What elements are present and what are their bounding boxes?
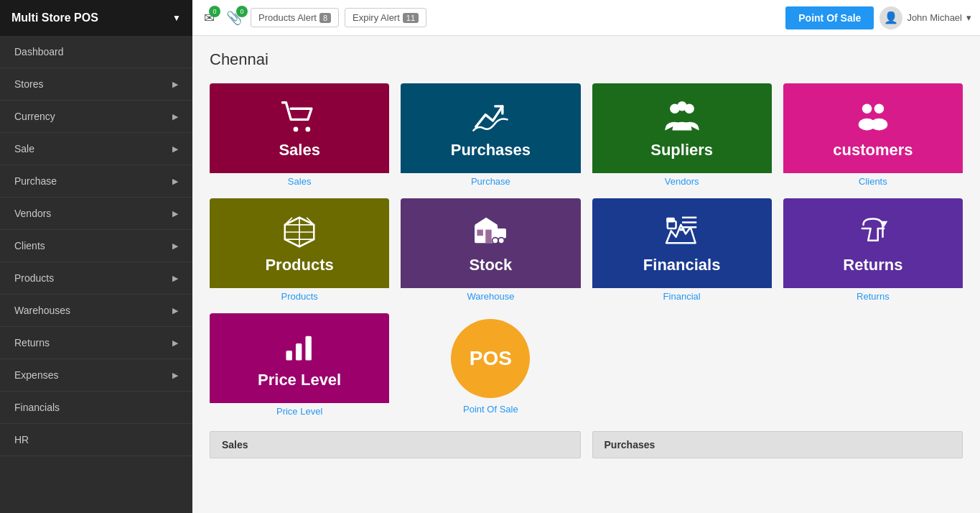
tile-financial[interactable]: Financials Financial (592, 198, 772, 302)
sales-summary: Sales (210, 431, 581, 458)
attach-notification-button[interactable]: 📎 0 (223, 7, 245, 29)
user-name: John Michael (907, 12, 962, 23)
tile-pos[interactable]: POS Point Of Sale (401, 313, 580, 417)
tile-returns-link[interactable]: Returns (857, 291, 890, 302)
expiry-alert-button[interactable]: Expiry Alert 11 (345, 8, 426, 27)
tile-vendors-link[interactable]: Vendors (665, 176, 699, 187)
chevron-right-icon: ▶ (172, 80, 178, 89)
cart-icon (280, 98, 319, 137)
tile-pricelevel-inner: Price Level (210, 313, 389, 403)
sidebar: Multi Store POS ▼ Dashboard Stores ▶ Cur… (0, 0, 192, 513)
sidebar-item-dashboard[interactable]: Dashboard (0, 36, 192, 68)
tile-warehouse[interactable]: Stock Warehouse (401, 198, 580, 302)
svg-point-15 (493, 237, 498, 243)
products-alert-label: Products Alert (258, 12, 317, 23)
expiry-alert-count: 11 (403, 13, 419, 23)
chevron-right-icon: ▶ (172, 338, 178, 348)
chevron-right-icon: ▶ (172, 306, 178, 315)
tile-products-link[interactable]: Products (281, 291, 317, 302)
sidebar-item-clients[interactable]: Clients ▶ (0, 230, 192, 262)
returns-icon (854, 213, 892, 251)
avatar: 👤 (879, 6, 902, 29)
tile-clients-inner: customers (783, 83, 963, 173)
tile-warehouse-inner: Stock (401, 198, 580, 288)
sidebar-item-products[interactable]: Products ▶ (0, 262, 192, 295)
sidebar-item-vendors[interactable]: Vendors ▶ (0, 198, 192, 230)
tile-clients[interactable]: customers Clients (783, 83, 963, 187)
sidebar-item-currency[interactable]: Currency ▶ (0, 101, 192, 133)
svg-rect-23 (286, 351, 292, 361)
tile-sales-text: Sales (279, 141, 320, 160)
tile-financial-text: Financials (643, 256, 721, 274)
products-alert-count: 8 (319, 13, 331, 23)
svg-point-14 (498, 237, 504, 243)
purchases-icon (471, 98, 510, 137)
chevron-right-icon: ▶ (172, 144, 178, 154)
tile-pricelevel-link[interactable]: Price Level (276, 406, 322, 417)
tile-vendors-inner: Supliers (592, 83, 772, 173)
tile-financial-link[interactable]: Financial (663, 291, 701, 302)
clients-icon (854, 98, 892, 137)
tile-sales-link[interactable]: Sales (288, 176, 312, 187)
products-alert-button[interactable]: Products Alert 8 (251, 8, 339, 27)
sidebar-header[interactable]: Multi Store POS ▼ (0, 0, 192, 36)
sidebar-label-clients: Clients (14, 240, 45, 251)
sidebar-label-purchase: Purchase (14, 175, 57, 187)
sidebar-item-expenses[interactable]: Expenses ▶ (0, 359, 192, 392)
tile-vendors[interactable]: Supliers Vendors (592, 83, 772, 187)
svg-point-0 (294, 126, 299, 131)
chevron-right-icon: ▶ (172, 241, 178, 251)
sidebar-item-stores[interactable]: Stores ▶ (0, 68, 192, 101)
tile-vendors-text: Supliers (650, 141, 713, 160)
tile-returns-text: Returns (843, 256, 902, 274)
sidebar-item-returns[interactable]: Returns ▶ (0, 327, 192, 359)
sidebar-item-sale[interactable]: Sale ▶ (0, 133, 192, 165)
sidebar-item-warehouses[interactable]: Warehouses ▶ (0, 295, 192, 327)
svg-rect-13 (494, 228, 506, 238)
svg-point-1 (306, 126, 311, 131)
page-content: Chennai Sales Sales (192, 36, 980, 473)
sidebar-label-currency: Currency (14, 111, 55, 122)
svg-point-8 (871, 118, 888, 130)
tile-pos-link[interactable]: Point Of Sale (463, 404, 518, 415)
chevron-right-icon: ▶ (172, 112, 178, 121)
chevron-right-icon: ▶ (172, 274, 178, 283)
svg-rect-12 (486, 229, 492, 243)
svg-point-4 (677, 101, 687, 111)
products-icon (280, 213, 319, 251)
sidebar-label-dashboard: Dashboard (14, 46, 64, 57)
point-of-sale-button[interactable]: Point Of Sale (785, 6, 874, 29)
app-title: Multi Store POS (11, 11, 98, 24)
warehouse-icon (471, 213, 510, 251)
sidebar-item-financials[interactable]: Financials (0, 392, 192, 424)
user-dropdown-icon: ▾ (966, 12, 971, 23)
tile-warehouse-link[interactable]: Warehouse (467, 291, 514, 302)
sidebar-label-vendors: Vendors (14, 208, 51, 219)
svg-rect-24 (296, 343, 302, 360)
attach-badge: 0 (236, 6, 248, 17)
sidebar-label-expenses: Expenses (14, 369, 58, 381)
sidebar-item-purchase[interactable]: Purchase ▶ (0, 165, 192, 198)
tile-products-inner: Products (210, 198, 389, 288)
chevron-right-icon: ▶ (172, 177, 178, 186)
tile-returns[interactable]: Returns Returns (783, 198, 963, 302)
tile-sales[interactable]: Sales Sales (210, 83, 389, 187)
sidebar-label-products: Products (14, 272, 54, 284)
user-menu[interactable]: 👤 John Michael ▾ (879, 6, 971, 29)
tile-pricelevel-text: Price Level (258, 371, 341, 389)
tile-clients-link[interactable]: Clients (859, 176, 887, 187)
message-notification-button[interactable]: ✉ 0 (201, 7, 218, 29)
sidebar-nav: Dashboard Stores ▶ Currency ▶ Sale ▶ Pur… (0, 36, 192, 456)
sidebar-label-sale: Sale (14, 143, 34, 154)
tile-purchase-link[interactable]: Purchase (471, 176, 510, 187)
main-content: ✉ 0 📎 0 Products Alert 8 Expiry Alert 11… (192, 0, 980, 513)
svg-rect-11 (477, 229, 483, 235)
sidebar-item-hr[interactable]: HR (0, 424, 192, 456)
svg-point-6 (874, 103, 885, 114)
topbar: ✉ 0 📎 0 Products Alert 8 Expiry Alert 11… (192, 0, 980, 36)
tile-grid: Sales Sales Purchases Purchase (210, 83, 963, 417)
chevron-right-icon: ▶ (172, 371, 178, 380)
tile-pricelevel[interactable]: Price Level Price Level (210, 313, 389, 417)
tile-purchase[interactable]: Purchases Purchase (401, 83, 580, 187)
tile-products[interactable]: Products Products (210, 198, 389, 302)
